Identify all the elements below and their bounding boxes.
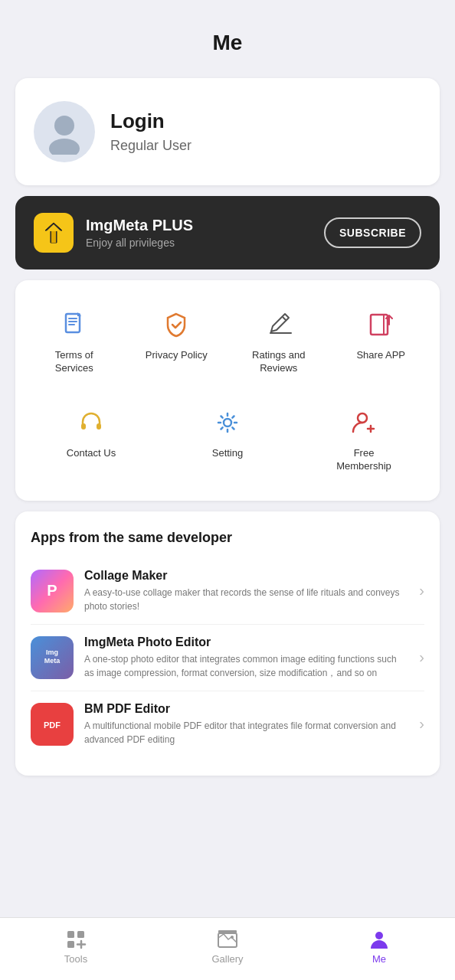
privacy-label: Privacy Policy (146, 349, 208, 362)
menu-item-setting[interactable]: Setting (159, 397, 296, 482)
nav-item-gallery[interactable]: Gallery (197, 929, 258, 965)
header: Me (0, 0, 455, 70)
profile-role: Regular User (110, 138, 191, 154)
apps-section-title: Apps from the same developer (31, 530, 424, 546)
imgmeta-desc: A one-stop photo editor that integrates … (84, 652, 408, 680)
imgmeta-name: ImgMeta Photo Editor (84, 635, 408, 649)
plus-text: ImgMeta PLUS Enjoy all privileges (86, 217, 312, 249)
svg-rect-13 (67, 931, 74, 938)
bottom-nav: Tools Gallery Me (0, 917, 455, 980)
svg-rect-17 (218, 930, 237, 933)
imgmeta-chevron-icon: › (419, 648, 424, 666)
gallery-icon (217, 929, 238, 950)
svg-point-18 (231, 936, 234, 939)
menu-grid-bottom: Contact Us Setting FreeMembership (23, 397, 432, 482)
document-icon (57, 308, 91, 341)
svg-text:Meta: Meta (44, 657, 61, 665)
setting-label: Setting (212, 447, 243, 460)
tools-nav-label: Tools (64, 953, 87, 965)
pdf-chevron-icon: › (419, 715, 424, 733)
collage-chevron-icon: › (419, 582, 424, 599)
headphone-icon (74, 406, 108, 439)
apps-card: Apps from the same developer P Collage M… (15, 511, 440, 776)
pdf-info: BM PDF Editor A multifunctional mobile P… (84, 702, 408, 746)
imgmeta-icon: Img Meta (31, 636, 74, 679)
menu-grid-top: Terms ofServices Privacy Policy (23, 299, 432, 384)
collage-maker-info: Collage Maker A easy-to-use collage make… (84, 569, 408, 613)
profile-login-label: Login (110, 109, 191, 133)
plus-subtitle: Enjoy all privileges (86, 237, 312, 249)
app-item-collage[interactable]: P Collage Maker A easy-to-use collage ma… (31, 558, 424, 625)
svg-point-8 (358, 413, 367, 423)
gear-icon (211, 406, 244, 439)
svg-point-7 (224, 419, 231, 426)
profile-card[interactable]: Login Regular User (15, 78, 440, 185)
plus-banner: ImgMeta PLUS Enjoy all privileges SUBSCR… (15, 196, 440, 270)
share-label: Share APP (356, 349, 405, 362)
menu-item-share[interactable]: Share APP (330, 299, 433, 384)
menu-card: Terms ofServices Privacy Policy (15, 280, 440, 501)
collage-maker-name: Collage Maker (84, 569, 408, 583)
menu-item-terms[interactable]: Terms ofServices (23, 299, 126, 384)
avatar (34, 101, 95, 162)
imgmeta-info: ImgMeta Photo Editor A one-stop photo ed… (84, 635, 408, 680)
collage-maker-icon: P (31, 570, 74, 612)
svg-point-1 (49, 139, 80, 155)
page-title: Me (213, 31, 243, 54)
plus-title: ImgMeta PLUS (86, 217, 312, 234)
me-icon (368, 929, 390, 950)
me-nav-label: Me (372, 953, 386, 965)
profile-info: Login Regular User (110, 109, 191, 154)
nav-item-me[interactable]: Me (349, 929, 410, 965)
svg-rect-14 (77, 931, 84, 938)
svg-rect-6 (97, 423, 101, 430)
svg-text:P: P (47, 582, 57, 599)
person-add-icon (347, 406, 381, 439)
nav-item-tools[interactable]: Tools (45, 929, 106, 965)
pdf-icon: PDF (31, 703, 74, 746)
svg-point-19 (375, 932, 383, 939)
tools-icon (65, 929, 87, 950)
svg-rect-2 (66, 314, 80, 332)
gallery-nav-label: Gallery (211, 953, 243, 965)
svg-text:Img: Img (46, 648, 58, 656)
svg-rect-15 (67, 941, 74, 948)
membership-label: FreeMembership (336, 447, 391, 473)
pdf-name: BM PDF Editor (84, 702, 408, 716)
share-icon (364, 308, 398, 341)
pdf-desc: A multifunctional mobile PDF editor that… (84, 719, 408, 746)
app-item-imgmeta[interactable]: Img Meta ImgMeta Photo Editor A one-stop… (31, 625, 424, 691)
shield-icon (159, 308, 193, 341)
menu-item-privacy[interactable]: Privacy Policy (126, 299, 228, 384)
menu-item-membership[interactable]: FreeMembership (296, 397, 432, 482)
svg-text:PDF: PDF (44, 720, 61, 730)
terms-label: Terms ofServices (55, 349, 93, 375)
menu-item-contact[interactable]: Contact Us (23, 397, 159, 482)
svg-rect-4 (371, 315, 388, 335)
ratings-label: Ratings andReviews (252, 349, 305, 375)
svg-point-0 (54, 116, 74, 136)
pencil-icon (262, 308, 296, 341)
plus-logo (34, 213, 74, 253)
app-item-pdf[interactable]: PDF BM PDF Editor A multifunctional mobi… (31, 691, 424, 757)
menu-item-ratings[interactable]: Ratings andReviews (228, 299, 330, 384)
contact-label: Contact Us (67, 447, 116, 460)
subscribe-button[interactable]: SUBSCRIBE (324, 217, 421, 248)
svg-rect-5 (81, 423, 86, 430)
collage-maker-desc: A easy-to-use collage maker that records… (84, 586, 408, 613)
